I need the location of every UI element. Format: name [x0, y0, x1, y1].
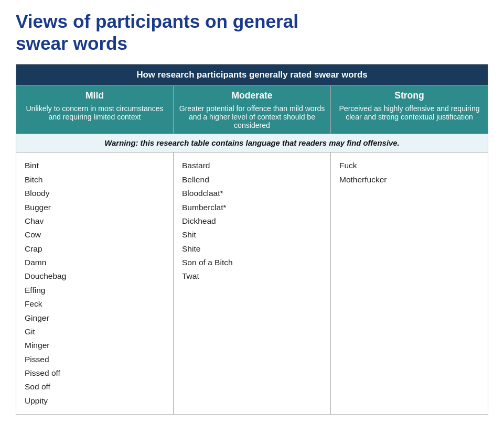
- list-item: Chav: [25, 214, 165, 228]
- list-item: Uppity: [25, 394, 165, 408]
- list-item: Douchebag: [25, 269, 165, 283]
- list-item: Pissed off: [25, 366, 165, 380]
- list-item: Fuck: [339, 159, 479, 172]
- moderate-words-cell: BastardBellendBloodclaat*Bumberclat*Dick…: [174, 153, 331, 415]
- list-item: Git: [25, 325, 165, 339]
- list-item: Minger: [25, 339, 165, 352]
- mild-header: Mild Unlikely to concern in most circums…: [16, 86, 174, 134]
- mild-title: Mild: [22, 90, 168, 101]
- list-item: Damn: [25, 256, 165, 269]
- list-item: Feck: [25, 297, 165, 311]
- list-item: Cow: [25, 228, 165, 242]
- table-top-header-row: How research participants generally rate…: [16, 64, 488, 86]
- list-item: Pissed: [25, 353, 165, 366]
- list-item: Dickhead: [182, 214, 322, 228]
- list-item: Shit: [182, 228, 322, 242]
- list-item: Sod off: [25, 380, 165, 394]
- list-item: Bloody: [25, 187, 165, 200]
- strong-title: Strong: [336, 90, 482, 101]
- list-item: Shite: [182, 242, 322, 256]
- list-item: Ginger: [25, 311, 165, 325]
- list-item: Son of a Bitch: [182, 256, 322, 269]
- words-row: BintBitchBloodyBuggerChavCowCrapDamnDouc…: [16, 153, 488, 415]
- list-item: Bitch: [25, 173, 165, 187]
- list-item: Twat: [182, 269, 322, 283]
- warning-text: Warning: this research table contains la…: [16, 134, 488, 153]
- page-title: Views of participants on general swear w…: [16, 10, 488, 55]
- list-item: Effing: [25, 284, 165, 297]
- list-item: Bastard: [182, 159, 322, 172]
- strong-description: Perceived as highly offensive and requir…: [336, 104, 482, 121]
- swear-words-table: How research participants generally rate…: [16, 64, 488, 415]
- list-item: Motherfucker: [339, 173, 479, 187]
- mild-description: Unlikely to concern in most circumstance…: [22, 104, 168, 121]
- strong-words-cell: FuckMotherfucker: [331, 153, 488, 415]
- category-header-row: Mild Unlikely to concern in most circums…: [16, 86, 488, 134]
- list-item: Bellend: [182, 173, 322, 187]
- list-item: Bloodclaat*: [182, 187, 322, 200]
- list-item: Crap: [25, 242, 165, 256]
- mild-words-cell: BintBitchBloodyBuggerChavCowCrapDamnDouc…: [16, 153, 174, 415]
- moderate-header: Moderate Greater potential for offence t…: [174, 86, 331, 134]
- list-item: Bumberclat*: [182, 201, 322, 214]
- warning-row: Warning: this research table contains la…: [16, 134, 488, 153]
- strong-header: Strong Perceived as highly offensive and…: [331, 86, 488, 134]
- moderate-description: Greater potential for offence than mild …: [179, 104, 325, 129]
- list-item: Bint: [25, 159, 165, 172]
- table-top-header: How research participants generally rate…: [16, 64, 488, 86]
- list-item: Bugger: [25, 201, 165, 214]
- moderate-title: Moderate: [179, 90, 325, 101]
